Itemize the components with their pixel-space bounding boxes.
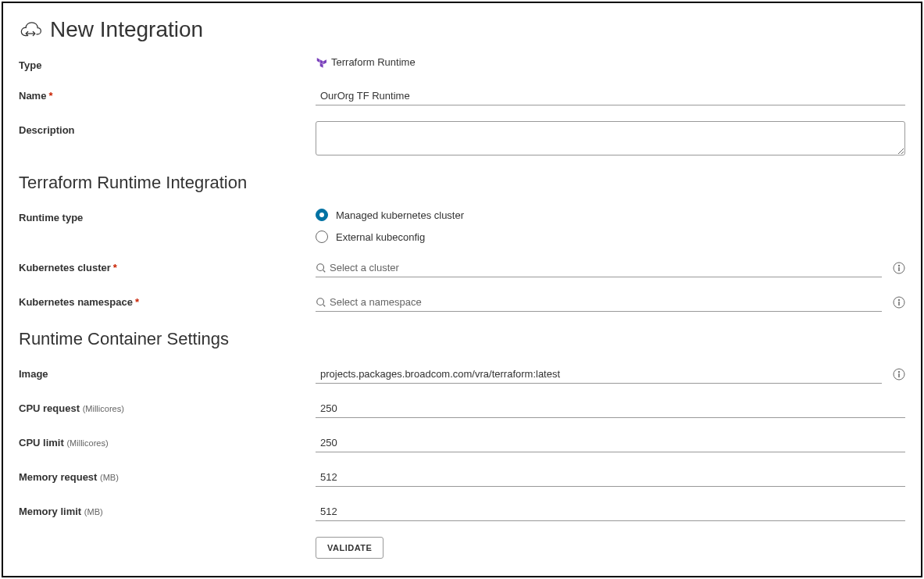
page-title: New Integration (50, 17, 203, 42)
radio-unselected-icon (316, 231, 328, 243)
runtime-type-row: Runtime type Managed kubernetes cluster … (19, 209, 905, 243)
type-text: Terraform Runtime (331, 56, 416, 68)
svg-point-9 (898, 299, 900, 301)
new-integration-form: New Integration Type Terraform Runtime N… (2, 2, 922, 577)
name-row: Name* (19, 87, 905, 105)
runtime-type-external[interactable]: External kubeconfig (316, 231, 464, 243)
description-row: Description (19, 121, 905, 155)
svg-point-4 (898, 265, 900, 266)
cloud-transfer-icon (19, 21, 42, 38)
svg-point-6 (317, 298, 324, 305)
runtime-type-label: Runtime type (19, 209, 316, 223)
image-label: Image (19, 365, 316, 380)
info-icon[interactable] (893, 262, 905, 274)
cpu-request-input[interactable] (316, 399, 905, 418)
radio-label: External kubeconfig (336, 231, 425, 243)
k8s-namespace-search[interactable] (316, 293, 882, 312)
k8s-namespace-input[interactable] (326, 293, 882, 311)
type-value: Terraform Runtime (316, 56, 416, 68)
memory-request-label: Memory request (MB) (19, 468, 316, 483)
memory-limit-input[interactable] (316, 502, 905, 521)
button-row: VALIDATE (316, 537, 905, 559)
k8s-cluster-row: Kubernetes cluster* (19, 259, 905, 277)
description-label: Description (19, 121, 316, 136)
type-label: Type (19, 56, 316, 71)
validate-button[interactable]: VALIDATE (316, 537, 384, 559)
container-section-title: Runtime Container Settings (19, 329, 905, 349)
memory-limit-row: Memory limit (MB) (19, 502, 905, 521)
search-icon (316, 297, 326, 308)
description-textarea[interactable] (316, 121, 905, 155)
k8s-cluster-search[interactable] (316, 259, 882, 277)
k8s-cluster-label: Kubernetes cluster* (19, 259, 316, 273)
k8s-namespace-label: Kubernetes namespace* (19, 293, 316, 308)
cpu-limit-row: CPU limit (Millicores) (19, 434, 905, 452)
runtime-section-title: Terraform Runtime Integration (19, 173, 905, 193)
k8s-cluster-input[interactable] (326, 259, 882, 277)
search-icon (316, 263, 326, 273)
memory-request-row: Memory request (MB) (19, 468, 905, 487)
page-header: New Integration (19, 17, 905, 42)
info-icon[interactable] (893, 368, 905, 381)
name-input[interactable] (316, 87, 905, 105)
terraform-icon (316, 57, 326, 68)
svg-point-1 (317, 263, 324, 270)
svg-line-2 (323, 270, 326, 272)
type-row: Type Terraform Runtime (19, 56, 905, 71)
info-icon[interactable] (893, 296, 905, 309)
cpu-request-row: CPU request (Millicores) (19, 399, 905, 418)
image-input[interactable] (316, 365, 882, 384)
cpu-request-label: CPU request (Millicores) (19, 399, 316, 414)
memory-limit-label: Memory limit (MB) (19, 502, 316, 517)
cpu-limit-label: CPU limit (Millicores) (19, 434, 316, 449)
cpu-limit-input[interactable] (316, 434, 905, 452)
radio-selected-icon (316, 209, 328, 221)
svg-point-12 (898, 371, 900, 373)
runtime-type-managed[interactable]: Managed kubernetes cluster (316, 209, 464, 221)
svg-line-7 (323, 304, 326, 306)
name-label: Name* (19, 87, 316, 102)
radio-label: Managed kubernetes cluster (336, 209, 464, 221)
runtime-type-radio-group: Managed kubernetes cluster External kube… (316, 209, 464, 243)
memory-request-input[interactable] (316, 468, 905, 487)
image-row: Image (19, 365, 905, 384)
k8s-namespace-row: Kubernetes namespace* (19, 293, 905, 312)
